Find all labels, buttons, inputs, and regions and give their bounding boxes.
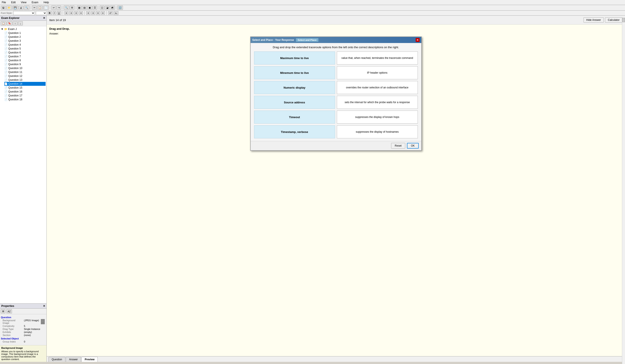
open-btn[interactable]: 📁 (6, 6, 12, 10)
copy-btn[interactable]: 📋 (37, 6, 43, 10)
drop-item-2[interactable]: IP header options (337, 66, 418, 79)
prop-section-selected: Selected Object (1, 337, 46, 340)
sidebar-item-q9[interactable]: 📄Question 9 (4, 62, 46, 66)
menu-help[interactable]: Help (43, 0, 50, 4)
sidebar-item-q14[interactable]: 📄Question 14 (4, 82, 46, 86)
underline-btn[interactable]: U (57, 11, 61, 15)
scrollbar-thumb[interactable] (622, 18, 625, 22)
preview-btn[interactable]: 🔍 (24, 6, 30, 10)
italic-btn[interactable]: I (53, 11, 56, 15)
drag-item-3[interactable]: Numeric display (254, 81, 335, 94)
tree-exam[interactable]: ▼ 📁 Exam J (1, 27, 46, 31)
subscript-btn[interactable]: x₂ (114, 11, 118, 15)
calculator-btn[interactable]: Calculator (605, 17, 622, 23)
print-btn[interactable]: 🖨 (18, 6, 24, 10)
grid2-btn[interactable]: ▤ (82, 6, 87, 10)
save-btn[interactable]: 💾 (12, 6, 18, 10)
drag-item-1[interactable]: Maximum time to live (254, 52, 335, 64)
sidebar-item-q2[interactable]: 📄Question 2 (4, 35, 46, 39)
find-btn[interactable]: 🔍 (64, 6, 69, 10)
sidebar-item-q5[interactable]: 📄Question 5 (4, 47, 46, 51)
answer-label: Answer: (49, 32, 622, 35)
list-num-btn[interactable]: ≡ (86, 11, 90, 15)
sidebar-item-q17[interactable]: 📄Question 17 (4, 94, 46, 97)
align3-btn[interactable]: ◩ (110, 6, 115, 10)
modal-close-btn[interactable]: ✕ (416, 38, 420, 42)
drag-item-6[interactable]: Timestamp, verbose (254, 125, 335, 138)
sidebar-item-q18[interactable]: 📄Question 18 (4, 97, 46, 101)
outdent-btn[interactable]: ≡ (101, 11, 105, 15)
drag-item-2[interactable]: Minemum time to live (254, 66, 335, 79)
align2-btn[interactable]: ◪ (105, 6, 110, 10)
q9-icon: 📄 (4, 63, 8, 66)
sidebar-item-q15[interactable]: 📄Question 15 (4, 86, 46, 90)
sidebar-item-q10[interactable]: 📄Question 10 (4, 66, 46, 70)
sidebar-close-btn[interactable]: ✕ (43, 17, 45, 20)
menu-file[interactable]: File (1, 0, 7, 4)
grid3-btn[interactable]: ▣ (87, 6, 92, 10)
sidebar-btn-up[interactable]: ↑ (13, 21, 18, 25)
properties-close-btn[interactable]: ✕ (43, 304, 45, 307)
align1-btn[interactable]: ◫ (100, 6, 104, 10)
font-select[interactable] (13, 11, 35, 15)
menu-view[interactable]: View (20, 0, 27, 4)
props-btn2[interactable]: AZ (6, 309, 12, 313)
bottom-tabs: Question Answer Preview (47, 356, 625, 362)
tab-answer[interactable]: Answer (66, 357, 81, 362)
sidebar-btn1[interactable]: 📋 (1, 21, 6, 25)
align-justify-btn[interactable]: ≡ (79, 11, 83, 15)
sidebar-item-q12[interactable]: 📄Question 12 (4, 74, 46, 78)
drop-item-1[interactable]: value that, when reached, terminates the… (337, 52, 418, 64)
q12-icon: 📄 (4, 74, 8, 78)
q18-icon: 📄 (4, 98, 8, 101)
prop-browse-btn[interactable]: … (41, 319, 45, 324)
grid1-btn[interactable]: ▦ (77, 6, 82, 10)
tab-preview[interactable]: Preview (81, 357, 98, 362)
list-bullet-btn[interactable]: ≡ (91, 11, 95, 15)
ok-btn[interactable]: OK (407, 143, 418, 149)
reset-btn[interactable]: Reset (391, 143, 405, 149)
align-center-btn[interactable]: ≡ (69, 11, 73, 15)
hide-answer-btn[interactable]: Hide Answer (584, 17, 604, 23)
sidebar-item-q1[interactable]: 📄Question 1 (4, 31, 46, 35)
align-right-btn[interactable]: ≡ (74, 11, 78, 15)
sidebar-item-q11[interactable]: 📄Question 11 (4, 70, 46, 74)
number-btn[interactable]: 🔢 (117, 6, 123, 10)
list-btn[interactable]: ☰ (93, 6, 97, 10)
prop-section: Section (none) (1, 334, 46, 336)
sidebar-item-q8[interactable]: 📄Question 8 (4, 59, 46, 62)
menu-edit[interactable]: Edit (10, 0, 17, 4)
sidebar-item-q16[interactable]: 📄Question 16 (4, 90, 46, 94)
drop-item-4[interactable]: sets the interval for which the probe wa… (337, 96, 418, 109)
drag-item-4[interactable]: Source address (254, 96, 335, 109)
drop-item-6[interactable]: suppresses the display of hostnames (337, 125, 418, 138)
new-btn[interactable]: 🖫 (1, 6, 6, 10)
drop-item-3[interactable]: overrides the router selection of an out… (337, 81, 418, 94)
content-header: Item 14 of 19 Hide Answer Calculator (47, 16, 625, 25)
cut-btn[interactable]: ✂ (32, 6, 37, 10)
superscript-btn[interactable]: x² (108, 11, 113, 15)
sidebar-item-q3[interactable]: 📄Question 3 (4, 39, 46, 43)
redo-btn[interactable]: ↪ (57, 6, 61, 10)
align-left-btn[interactable]: ≡ (64, 11, 68, 15)
sidebar-btn2[interactable]: 🔖 (7, 21, 12, 25)
sidebar-item-q7[interactable]: 📄Question 7 (4, 55, 46, 59)
drag-item-5[interactable]: Timeout (254, 111, 335, 123)
sidebar-btn-down[interactable]: ↓ (18, 21, 23, 25)
props-btn1[interactable]: ⊞ (1, 309, 5, 313)
modal-footer: Reset OK (250, 141, 421, 150)
modal-title-text: Select and Place - Your Response (252, 38, 294, 41)
menu-exam[interactable]: Exam (31, 0, 39, 4)
paste-btn[interactable]: 📄 (43, 6, 49, 10)
tab-question[interactable]: Question (48, 357, 65, 362)
indent-btn[interactable]: ≡ (96, 11, 100, 15)
sidebar-item-q13[interactable]: 📄Question 13 (4, 78, 46, 82)
settings-btn[interactable]: ⚙ (70, 6, 74, 10)
drop-item-5[interactable]: suppresses the display of known hops (337, 111, 418, 123)
bold-btn[interactable]: B (48, 11, 52, 15)
sidebar-item-q4[interactable]: 📄Question 4 (4, 43, 46, 47)
sidebar-item-q6[interactable]: 📄Question 6 (4, 51, 46, 55)
undo-btn[interactable]: ↩ (51, 6, 56, 10)
font-size-select[interactable] (36, 11, 47, 15)
prop-dragtype: Drag Type Single Instance (1, 328, 46, 330)
